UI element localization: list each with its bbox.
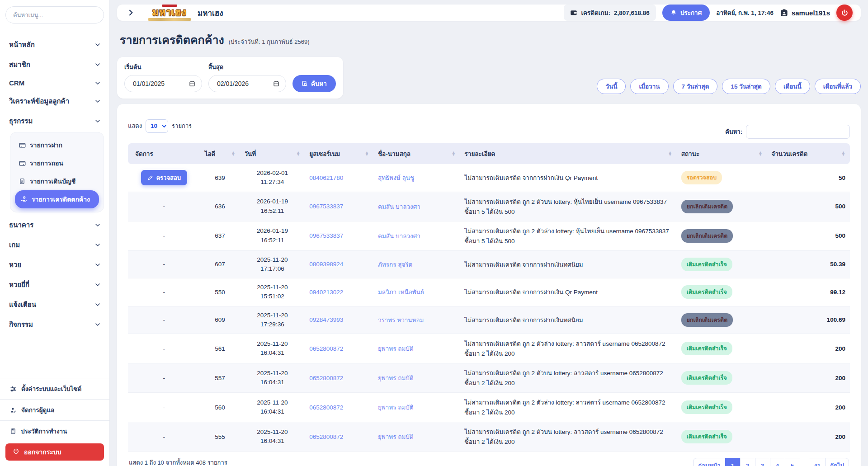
sort-icon[interactable]: ▲▼ [668, 151, 672, 155]
chevron-down-icon [95, 262, 100, 268]
pagination-next-button[interactable]: ถัดไป [825, 458, 849, 466]
sidebar-item-bottom-2[interactable]: หวย [5, 255, 104, 275]
column-header-2[interactable]: วันที่▲▼ [240, 143, 305, 164]
column-header-6[interactable]: สถานะ▲▼ [677, 143, 767, 164]
submenu-item-1[interactable]: รายการถอน [15, 154, 99, 172]
quick-filter-3[interactable]: 15 วันล่าสุด [722, 79, 770, 94]
quick-filter-2[interactable]: 7 วันล่าสุด [673, 79, 718, 94]
sidebar-footer-item-2[interactable]: ประวัติการทำงาน [5, 421, 104, 442]
sidebar-footer-item-1[interactable]: จัดการผู้ดูแล [5, 400, 104, 420]
date-cell: 2025-11-2015:51:02 [240, 278, 305, 306]
items-label: รายการ [172, 121, 192, 131]
quick-filter-0[interactable]: วันนี้ [597, 79, 626, 94]
topbar: มหาเฮง มหาเฮง เครดิตเกม: 2,807,618.86 ปร… [117, 5, 861, 21]
column-header-7[interactable]: จำนวนเครดิต▲▼ [767, 143, 850, 164]
sidebar-item-bottom-1[interactable]: เกม [5, 235, 104, 255]
fullname-link[interactable]: คมสัน บาลวงศา [378, 203, 420, 210]
sidebar-item-top-1[interactable]: สมาชิก [5, 55, 104, 75]
submenu-item-3[interactable]: รายการเครดิตตกค้าง [15, 190, 99, 208]
quick-filter-5[interactable]: เดือนที่แล้ว [815, 79, 861, 94]
username-link[interactable]: 0652800872 [309, 404, 343, 411]
sidebar-item-top-3[interactable]: วิเคราะห์ข้อมูลลูกค้า [5, 91, 104, 111]
user-box[interactable]: samuel191s [780, 9, 830, 17]
sidebar-item-bottom-4[interactable]: แจ้งเตือน [5, 295, 104, 315]
sidebar-item-bottom-5[interactable]: กิจกรรม [5, 315, 104, 334]
sort-icon[interactable]: ▲▼ [841, 151, 845, 155]
calendar-icon[interactable] [273, 80, 279, 87]
username-link[interactable]: 0809398924 [309, 261, 343, 268]
sort-icon[interactable]: ▲▼ [365, 151, 369, 155]
sidebar-item-top-2[interactable]: CRM [5, 75, 104, 91]
column-header-0[interactable]: จัดการ [128, 143, 200, 164]
end-date-input[interactable]: 02/01/2026 [208, 75, 286, 92]
pagination-page-1[interactable]: 1 [725, 458, 741, 466]
sidebar-item-bottom-0[interactable]: ธนาคาร [5, 215, 104, 235]
fullname-link[interactable]: วราพร หวานหอม [378, 317, 424, 324]
fullname-link[interactable]: สุทธิพงษ์ ลุนชู [378, 174, 414, 181]
quick-filter-1[interactable]: เมื่อวาน [630, 79, 668, 94]
fullname-link[interactable]: ยุพาพร ถมบัติ [378, 433, 414, 440]
table-controls: แสดง 10 รายการ ค้นหา: [128, 113, 850, 139]
username-link[interactable]: 0967533837 [309, 232, 343, 239]
username-link[interactable]: 0840621780 [309, 174, 343, 181]
filter-search-button[interactable]: ค้นหา [292, 75, 336, 92]
no-action-dash: - [163, 289, 165, 296]
sort-icon[interactable]: ▲▼ [758, 151, 762, 155]
username-link[interactable]: 0652800872 [309, 375, 343, 381]
username-link[interactable]: 0967533837 [309, 203, 343, 210]
sidebar-collapse-button[interactable] [125, 7, 136, 18]
page-size-select[interactable]: 10 [146, 119, 168, 133]
sidebar-footer-item-0[interactable]: ตั้งค่าระบบและเว็บไซต์ [5, 378, 104, 399]
fullname-link[interactable]: คมสัน บาลวงศา [378, 233, 420, 240]
username-link[interactable]: 0940213022 [309, 289, 343, 296]
announcement-button[interactable]: ประกาศ [662, 5, 710, 21]
status-badge: รอตรวจสอบ [681, 171, 722, 184]
sidebar-item-bottom-3[interactable]: หวยยี่กี่ [5, 275, 104, 295]
quick-filter-4[interactable]: เดือนนี้ [775, 79, 810, 94]
pagination-page-3[interactable]: 3 [755, 458, 770, 466]
username-link[interactable]: 0652800872 [309, 345, 343, 352]
fullname-link[interactable]: ยุพาพร ถมบัติ [378, 404, 414, 411]
username-link[interactable]: 0928473993 [309, 316, 343, 323]
fullname-link[interactable]: ภัทรกร สุจริต [378, 261, 412, 268]
fullname-link[interactable]: มลวิภา เหนือพันธ์ [378, 289, 424, 296]
detail-cell: ไม่สามารถเติมเครดิต จากการฝากเงินทศนิยม [460, 250, 677, 278]
sidebar-item-top-0[interactable]: หน้าหลัก [5, 35, 104, 55]
pagination-page-4[interactable]: 4 [770, 458, 785, 466]
sort-icon[interactable]: ▲▼ [452, 151, 456, 155]
column-header-3[interactable]: ยูสเซอร์เนม▲▼ [305, 143, 373, 164]
pagination-page-5[interactable]: 5 [785, 458, 800, 466]
sort-icon[interactable]: ▲▼ [231, 151, 236, 155]
action-cell: - [128, 250, 200, 278]
page-title: รายการเครดิตคกค้าง [120, 31, 224, 49]
sidebar-footer-item-label: ประวัติการทำงาน [21, 426, 67, 436]
sort-icon[interactable]: ▲▼ [296, 151, 300, 155]
status-badge: เติมเครดิตสำเร็จ [681, 371, 732, 385]
time-value: 16:04:31 [245, 348, 301, 358]
submenu-item-0[interactable]: รายการฝาก [15, 136, 99, 154]
start-date-input[interactable]: 01/01/2025 [124, 75, 202, 92]
logout-button[interactable]: ออกจากระบบ [5, 443, 104, 461]
chevron-down-icon [95, 302, 100, 307]
power-logout-button[interactable] [836, 5, 853, 21]
fullname-cell: ยุพาพร ถมบัติ [373, 393, 460, 422]
column-header-4[interactable]: ชื่อ-นามสกุล▲▼ [373, 143, 460, 164]
calendar-icon[interactable] [189, 80, 195, 87]
pagination-page-2[interactable]: 2 [740, 458, 755, 466]
pagination-prev-button[interactable]: ก่อนหน้า [693, 458, 725, 466]
sidebar-menu-top: หน้าหลักสมาชิกCRMวิเคราะห์ข้อมูลลูกค้าธุ… [5, 35, 104, 131]
fullname-link[interactable]: ยุพาพร ถมบัติ [378, 375, 414, 381]
submenu-item-label: รายการถอน [30, 158, 63, 168]
table-search-input[interactable] [746, 125, 850, 139]
submenu-item-2[interactable]: รายการเดินบัญชี [15, 172, 99, 190]
username-cell: 0652800872 [305, 334, 373, 363]
menu-search-input[interactable] [5, 6, 104, 24]
column-header-5[interactable]: รายละเอียด▲▼ [460, 143, 677, 164]
pagination-page-41[interactable]: 41 [809, 458, 825, 466]
fullname-link[interactable]: ยุพาพร ถมบัติ [378, 345, 414, 352]
date-cell: 2025-11-2016:04:31 [240, 422, 305, 452]
username-link[interactable]: 0652800872 [309, 433, 343, 440]
column-header-1[interactable]: ไอดี▲▼ [200, 143, 240, 164]
sidebar-item-top-4[interactable]: ธุรกรรม [5, 111, 104, 131]
verify-button[interactable]: ตรวจสอบ [141, 170, 187, 185]
